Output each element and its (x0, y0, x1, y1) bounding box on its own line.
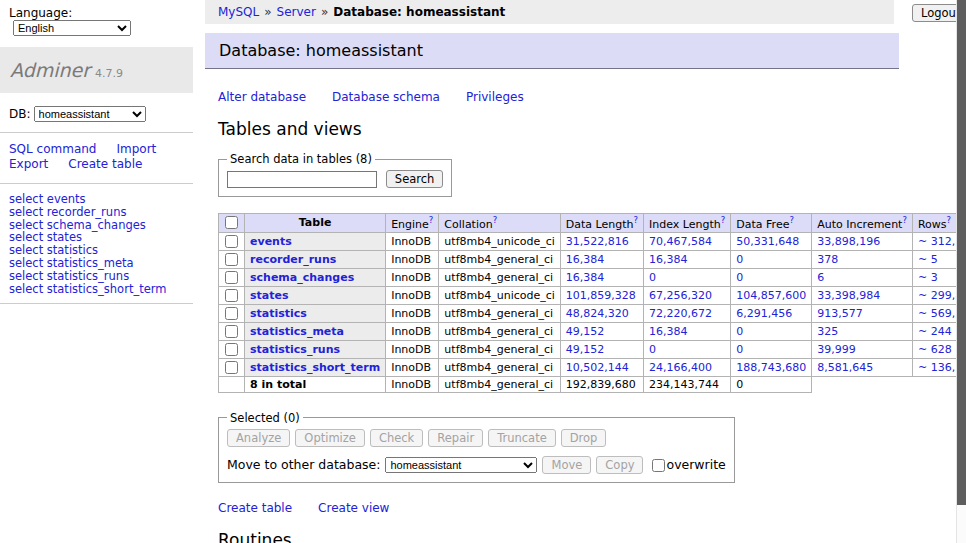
data-length-cell[interactable]: 49,152 (560, 322, 643, 340)
data-length-cell[interactable]: 49,152 (560, 340, 643, 358)
auto-increment-cell[interactable]: 913,577 (812, 304, 913, 322)
repair-button[interactable]: Repair (428, 429, 483, 447)
table-link-statistics-short-term[interactable]: statistics_short_term (250, 361, 380, 374)
language-select[interactable]: English (13, 20, 131, 36)
index-length-cell[interactable]: 0 (644, 340, 731, 358)
help-link[interactable]: ? (789, 215, 794, 225)
sidebar-select-statistics-meta[interactable]: select statistics_meta (9, 257, 193, 270)
index-length-cell[interactable]: 24,166,400 (644, 358, 731, 376)
data-length-cell[interactable]: 48,824,320 (560, 304, 643, 322)
table-link-states[interactable]: states (250, 289, 289, 302)
row-checkbox-statistics[interactable] (225, 307, 238, 320)
table-link-statistics-meta[interactable]: statistics_meta (250, 325, 344, 338)
move-db-select[interactable]: homeassistant (385, 457, 537, 473)
auto-increment-cell[interactable]: 8,581,645 (812, 358, 913, 376)
db-select[interactable]: homeassistant (34, 106, 146, 122)
index-length-cell[interactable]: 72,220,672 (644, 304, 731, 322)
sidebar-action-import[interactable]: Import (116, 142, 156, 156)
engine-cell: InnoDB (386, 250, 439, 268)
data-free-cell[interactable]: 0 (731, 250, 812, 268)
sidebar-action-sql-command[interactable]: SQL command (9, 142, 96, 156)
truncate-button[interactable]: Truncate (488, 429, 556, 447)
help-link[interactable]: ? (634, 215, 639, 225)
auto-increment-cell[interactable]: 33,398,984 (812, 286, 913, 304)
auto-increment-cell[interactable]: 325 (812, 322, 913, 340)
table-link-recorder-runs[interactable]: recorder_runs (250, 253, 336, 266)
data-length-cell[interactable]: 16,384 (560, 250, 643, 268)
breadcrumb-server[interactable]: Server (277, 5, 316, 19)
data-free-cell[interactable]: 0 (731, 322, 812, 340)
select-all-checkbox[interactable] (225, 216, 238, 229)
data-free-cell[interactable]: 0 (731, 340, 812, 358)
data-free-cell[interactable]: 188,743,680 (731, 358, 812, 376)
help-link[interactable]: ? (721, 215, 726, 225)
overwrite-checkbox[interactable] (652, 459, 665, 472)
sidebar-divider (0, 303, 193, 304)
search-input[interactable] (227, 171, 377, 188)
vertical-scrollbar[interactable] (956, 0, 966, 543)
data-length-cell[interactable]: 101,859,328 (560, 286, 643, 304)
table-name-cell: schema_changes (245, 268, 386, 286)
index-length-cell[interactable]: 0 (644, 268, 731, 286)
sidebar-select-events[interactable]: select events (9, 193, 193, 206)
row-checkbox-events[interactable] (225, 235, 238, 248)
sidebar-select-statistics-short-term[interactable]: select statistics_short_term (9, 283, 193, 296)
drop-button[interactable]: Drop (561, 429, 607, 447)
create-table-link[interactable]: Create table (218, 501, 292, 515)
move-button[interactable]: Move (542, 456, 591, 474)
row-checkbox-statistics_meta[interactable] (225, 325, 238, 338)
search-button[interactable]: Search (386, 170, 444, 188)
data-length-cell[interactable]: 10,502,144 (560, 358, 643, 376)
total-row: 8 in totalInnoDButf8mb4_general_ci192,83… (219, 376, 966, 392)
data-free-cell[interactable]: 50,331,648 (731, 232, 812, 250)
engine-cell: InnoDB (386, 232, 439, 250)
sidebar-select-statistics-runs[interactable]: select statistics_runs (9, 270, 193, 283)
sidebar-action-create-table[interactable]: Create table (68, 157, 142, 171)
analyze-button[interactable]: Analyze (227, 429, 290, 447)
scrollbar-thumb[interactable] (957, 0, 966, 505)
index-length-cell[interactable]: 67,256,320 (644, 286, 731, 304)
nav-database-schema[interactable]: Database schema (332, 90, 440, 104)
row-checkbox-states[interactable] (225, 289, 238, 302)
column-header-table: Table (245, 214, 386, 233)
help-link[interactable]: ? (493, 215, 498, 225)
nav-alter-database[interactable]: Alter database (218, 90, 306, 104)
column-header-index-length: Index Length? (644, 214, 731, 233)
nav-privileges[interactable]: Privileges (466, 90, 524, 104)
table-link-events[interactable]: events (250, 235, 292, 248)
index-length-cell[interactable]: 70,467,584 (644, 232, 731, 250)
copy-button[interactable]: Copy (596, 456, 643, 474)
table-link-statistics[interactable]: statistics (250, 307, 307, 320)
index-length-cell[interactable]: 16,384 (644, 322, 731, 340)
row-checkbox-schema_changes[interactable] (225, 271, 238, 284)
help-link[interactable]: ? (429, 215, 434, 225)
row-checkbox-statistics_runs[interactable] (225, 343, 238, 356)
auto-increment-cell[interactable]: 33,898,196 (812, 232, 913, 250)
data-free-cell[interactable]: 104,857,600 (731, 286, 812, 304)
breadcrumb-mysql[interactable]: MySQL (218, 5, 259, 19)
auto-increment-cell[interactable]: 39,999 (812, 340, 913, 358)
index-length-cell[interactable]: 16,384 (644, 250, 731, 268)
help-link[interactable]: ? (947, 215, 952, 225)
table-link-statistics-runs[interactable]: statistics_runs (250, 343, 340, 356)
data-free-cell[interactable]: 6,291,456 (731, 304, 812, 322)
data-free-cell[interactable]: 0 (731, 268, 812, 286)
auto-increment-cell[interactable]: 378 (812, 250, 913, 268)
table-link-schema-changes[interactable]: schema_changes (250, 271, 354, 284)
breadcrumb-separator: » (321, 5, 328, 19)
row-checkbox-recorder_runs[interactable] (225, 253, 238, 266)
row-checkbox-statistics_short_term[interactable] (225, 361, 238, 374)
help-link[interactable]: ? (902, 215, 907, 225)
data-length-cell[interactable]: 31,522,816 (560, 232, 643, 250)
sidebar-table-links: select eventsselect recorder_runsselect … (0, 184, 193, 295)
check-button[interactable]: Check (370, 429, 423, 447)
optimize-button[interactable]: Optimize (295, 429, 365, 447)
sidebar-select-recorder-runs[interactable]: select recorder_runs (9, 206, 193, 219)
table-name-cell: statistics (245, 304, 386, 322)
create-view-link[interactable]: Create view (318, 501, 389, 515)
data-length-cell[interactable]: 16,384 (560, 268, 643, 286)
sidebar-action-export[interactable]: Export (9, 157, 48, 171)
auto-increment-cell[interactable]: 6 (812, 268, 913, 286)
table-name-cell: statistics_short_term (245, 358, 386, 376)
collation-cell: utf8mb4_unicode_ci (439, 232, 560, 250)
